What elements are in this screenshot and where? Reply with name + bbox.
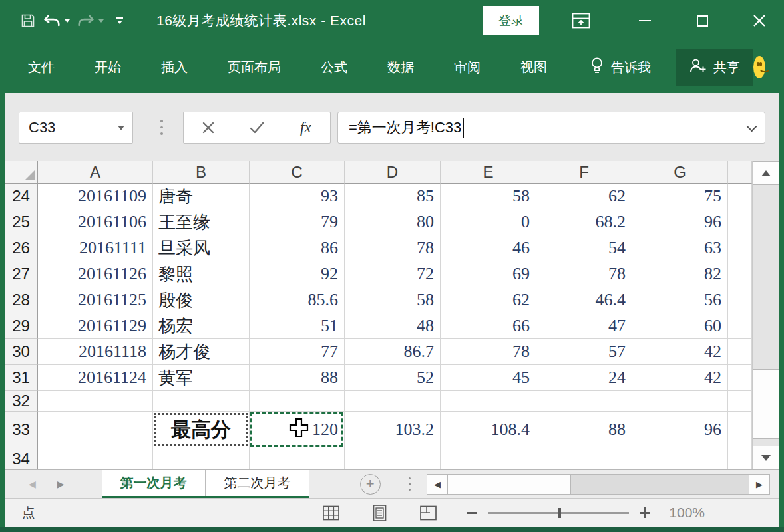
cell[interactable] [728,184,752,209]
tab-data[interactable]: 数据 [386,52,415,83]
cell[interactable] [728,261,752,287]
cell[interactable] [250,448,345,469]
cell[interactable]: 88 [536,412,632,448]
scroll-right-icon[interactable]: ▶ [749,475,769,494]
row-header[interactable]: 24 [5,184,38,209]
cell[interactable]: 72 [345,261,441,287]
cell[interactable]: 108.4 [441,412,536,448]
zoom-in-icon[interactable] [640,507,650,518]
cell[interactable]: 20161124 [38,365,153,391]
column-header-c[interactable]: C [250,161,345,184]
row-header[interactable]: 27 [5,261,38,287]
cell[interactable] [728,313,752,339]
redo-icon[interactable] [77,12,104,29]
cell[interactable] [536,448,632,469]
namebox-dropdown-icon[interactable] [118,126,124,130]
selected-cell-c33[interactable]: 120 [250,412,345,448]
cell[interactable]: 唐奇 [153,184,250,209]
cell[interactable]: 93 [250,184,345,209]
share-button[interactable]: 共享 [676,49,753,86]
scroll-down-icon[interactable] [753,446,779,469]
cell[interactable] [728,448,752,469]
scroll-left-icon[interactable]: ◀ [427,475,448,494]
cell[interactable] [441,391,536,412]
zoom-out-icon[interactable] [467,512,477,514]
vertical-scrollbar[interactable] [752,161,779,469]
cell[interactable]: 黄军 [153,365,250,391]
cell[interactable]: 20161118 [38,339,153,365]
tab-view[interactable]: 视图 [519,52,548,83]
cell[interactable]: 旦采风 [153,235,250,261]
more-dots-icon[interactable] [409,477,411,491]
cell[interactable]: 42 [632,365,728,391]
select-all-corner[interactable] [5,161,38,184]
cell[interactable]: 96 [632,412,728,448]
cell[interactable]: 20161109 [38,184,153,209]
cancel-icon[interactable] [184,112,232,143]
cell[interactable] [632,448,728,469]
cell[interactable]: 86 [250,235,345,261]
cell[interactable]: 62 [536,184,632,209]
zoom-slider[interactable] [488,512,629,514]
minimize-icon[interactable] [630,7,660,34]
cell[interactable] [728,287,752,313]
smiley-icon[interactable] [753,56,765,78]
row-header[interactable]: 28 [5,287,38,313]
cell[interactable]: 殷俊 [153,287,250,313]
sheet-tab-second-exam[interactable]: 第二次月考 [206,470,309,496]
column-header-partial[interactable] [728,161,752,184]
cell[interactable]: 86.7 [345,339,441,365]
cell[interactable]: 88 [250,365,345,391]
cell[interactable]: 78 [345,235,441,261]
enter-check-icon[interactable] [232,112,281,143]
cell[interactable]: 黎照 [153,261,250,287]
cell[interactable]: 52 [345,365,441,391]
new-sheet-plus-icon[interactable]: + [360,474,381,495]
cell[interactable]: 103.2 [345,412,441,448]
cell[interactable]: 王至缘 [153,209,250,235]
cell[interactable]: 63 [632,235,728,261]
cell[interactable]: 杨宏 [153,313,250,339]
tab-page-layout[interactable]: 页面布局 [226,52,282,83]
cell[interactable]: 杨才俊 [153,339,250,365]
cell[interactable]: 78 [441,339,536,365]
maximize-icon[interactable] [687,7,717,34]
row-header[interactable]: 30 [5,339,38,365]
tab-scroll-right-icon[interactable]: ▶ [57,479,65,489]
cell[interactable]: 51 [250,313,345,339]
column-header-a[interactable]: A [38,161,153,184]
cell[interactable]: 79 [250,209,345,235]
cell[interactable]: 45 [441,365,536,391]
cell[interactable] [153,448,250,469]
cell[interactable]: 56 [632,287,728,313]
column-header-g[interactable]: G [632,161,728,184]
tab-scroll-left-icon[interactable]: ◀ [29,479,36,489]
fx-icon[interactable]: fx [282,112,330,143]
tab-insert[interactable]: 插入 [160,52,189,83]
cell[interactable]: 96 [632,209,728,235]
cell[interactable]: 66 [441,313,536,339]
cell[interactable] [728,391,752,412]
cell[interactable]: 20161111 [38,235,153,261]
sheet-tab-first-exam[interactable]: 第一次月考 [102,470,206,496]
undo-dropdown-icon[interactable] [65,19,70,23]
expand-formula-bar-icon[interactable] [747,121,757,132]
marquee-cell-b33[interactable]: 最高分 [153,412,250,448]
qat-more-icon[interactable] [116,17,123,24]
tab-file[interactable]: 文件 [27,52,56,83]
ribbon-display-options-icon[interactable] [566,7,596,34]
cell[interactable] [536,391,632,412]
cell[interactable] [345,448,441,469]
normal-view-icon[interactable] [322,504,340,522]
cell[interactable]: 58 [441,184,536,209]
row-header[interactable]: 31 [5,365,38,391]
close-icon[interactable] [744,7,775,34]
cell[interactable] [153,391,250,412]
row-header[interactable]: 29 [5,313,38,339]
vertical-scroll-track[interactable] [753,185,779,446]
vertical-scroll-thumb[interactable] [753,369,779,439]
tab-review[interactable]: 审阅 [453,52,482,83]
cell[interactable] [728,209,752,235]
row-header[interactable]: 25 [5,209,38,235]
cell[interactable] [728,235,752,261]
